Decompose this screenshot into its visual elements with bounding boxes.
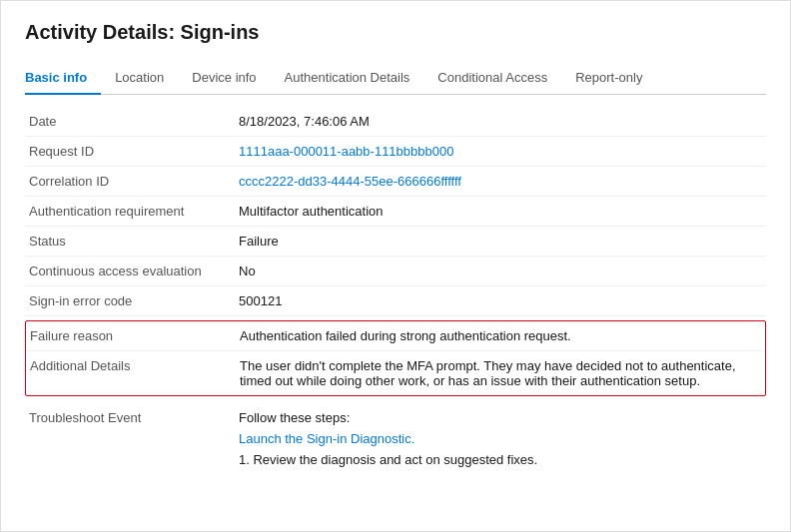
troubleshoot-follow-text: Follow these steps: — [239, 410, 762, 425]
field-row-auth-requirement: Authentication requirement Multifactor a… — [25, 197, 766, 227]
field-value-date: 8/18/2023, 7:46:06 AM — [239, 114, 762, 129]
field-row-additional-details: Additional Details The user didn't compl… — [26, 351, 765, 395]
field-row-failure-reason: Failure reason Authentication failed dur… — [26, 321, 765, 351]
field-label-correlation-id: Correlation ID — [29, 174, 239, 189]
field-label-auth-requirement: Authentication requirement — [29, 204, 239, 219]
tab-basic-info[interactable]: Basic info — [25, 62, 101, 95]
launch-diagnostic-link[interactable]: Launch the Sign-in Diagnostic. — [239, 431, 762, 446]
highlighted-section: Failure reason Authentication failed dur… — [25, 320, 766, 396]
field-value-request-id: 1111aaa-000011-aabb-111bbbbb000 — [239, 144, 762, 159]
tab-content: Date 8/18/2023, 7:46:06 AM Request ID 11… — [25, 107, 766, 477]
troubleshoot-step: 1. Review the diagnosis and act on sugge… — [239, 452, 762, 467]
field-value-status: Failure — [239, 234, 762, 249]
field-label-signin-error: Sign-in error code — [29, 293, 239, 308]
field-value-additional-details: The user didn't complete the MFA prompt.… — [240, 358, 761, 388]
troubleshoot-content: Follow these steps: Launch the Sign-in D… — [239, 410, 762, 467]
field-value-failure-reason: Authentication failed during strong auth… — [240, 328, 761, 343]
field-label-continuous-access: Continuous access evaluation — [29, 264, 239, 278]
field-value-auth-requirement: Multifactor authentication — [239, 204, 762, 219]
field-row-request-id: Request ID 1111aaa-000011-aabb-111bbbbb0… — [25, 137, 766, 167]
activity-details-window: Activity Details: Sign-ins Basic info Lo… — [0, 0, 791, 532]
troubleshoot-row: Troubleshoot Event Follow these steps: L… — [25, 400, 766, 477]
field-value-correlation-id: cccc2222-dd33-4444-55ee-666666ffffff — [239, 174, 762, 189]
field-label-request-id: Request ID — [29, 144, 239, 159]
troubleshoot-label: Troubleshoot Event — [29, 410, 239, 425]
tab-location[interactable]: Location — [101, 62, 178, 95]
field-value-continuous-access: No — [239, 264, 762, 278]
tab-report-only[interactable]: Report-only — [561, 62, 656, 95]
page-title: Activity Details: Sign-ins — [25, 21, 766, 44]
tab-device-info[interactable]: Device info — [178, 62, 270, 95]
field-row-date: Date 8/18/2023, 7:46:06 AM — [25, 107, 766, 137]
tab-conditional-access[interactable]: Conditional Access — [423, 62, 561, 95]
tab-bar: Basic info Location Device info Authenti… — [25, 62, 766, 95]
field-label-date: Date — [29, 114, 239, 129]
field-label-status: Status — [29, 234, 239, 249]
field-value-signin-error: 500121 — [239, 293, 762, 308]
field-label-failure-reason: Failure reason — [30, 328, 240, 343]
field-row-status: Status Failure — [25, 227, 766, 257]
tab-authentication-details[interactable]: Authentication Details — [271, 62, 424, 95]
field-row-signin-error: Sign-in error code 500121 — [25, 286, 766, 316]
field-row-correlation-id: Correlation ID cccc2222-dd33-4444-55ee-6… — [25, 167, 766, 197]
field-row-continuous-access: Continuous access evaluation No — [25, 257, 766, 286]
field-label-additional-details: Additional Details — [30, 358, 240, 373]
